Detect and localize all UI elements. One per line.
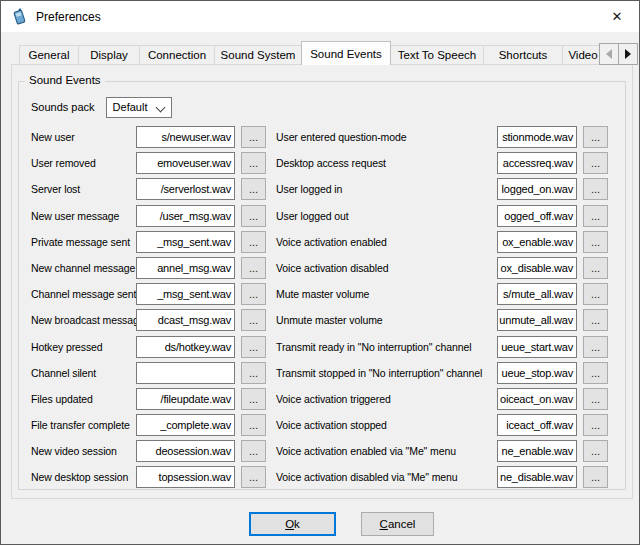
sound-file-input[interactable]: ox_enable.wav xyxy=(497,231,577,253)
sound-file-path: /serverlost.wav xyxy=(161,183,231,195)
sound-event-label: Voice activation triggered xyxy=(276,393,497,405)
browse-button[interactable]: ... xyxy=(241,388,266,410)
sound-event-row: Voice activation triggeredoiceact_on.wav… xyxy=(276,388,608,410)
sound-events-col-right: User entered question-modestionmode.wav.… xyxy=(276,126,608,493)
tab-scroll-right-icon xyxy=(625,49,631,59)
browse-button[interactable]: ... xyxy=(583,309,608,331)
sound-file-input[interactable]: ueue_stop.wav xyxy=(497,362,577,384)
sound-file-input[interactable]: s/newuser.wav xyxy=(136,126,235,148)
tab-shortcuts[interactable]: Shortcuts xyxy=(483,45,563,65)
sound-event-row: New users/newuser.wav... xyxy=(31,126,266,148)
sound-event-row: Unmute master volumeunmute_all.wav... xyxy=(276,309,608,331)
sound-file-input[interactable]: ogged_off.wav xyxy=(497,205,577,227)
tab-display[interactable]: Display xyxy=(78,45,140,65)
tab-scroll-right-button[interactable] xyxy=(618,43,638,65)
browse-button[interactable]: ... xyxy=(583,257,608,279)
sound-file-input[interactable]: ne_enable.wav xyxy=(497,440,577,462)
sound-event-row: Channel message sent_msg_sent.wav... xyxy=(31,283,266,305)
sound-file-input[interactable]: /fileupdate.wav xyxy=(136,388,235,410)
sound-file-path: topsession.wav xyxy=(159,471,231,483)
browse-button[interactable]: ... xyxy=(241,283,266,305)
sound-file-input[interactable]: logged_on.wav xyxy=(497,178,577,200)
sounds-pack-value: Default xyxy=(113,101,148,113)
sound-event-label: Hotkey pressed xyxy=(31,341,136,353)
sound-file-path: /fileupdate.wav xyxy=(161,393,231,405)
browse-button[interactable]: ... xyxy=(241,309,266,331)
browse-button[interactable]: ... xyxy=(241,414,266,436)
sound-event-label: New video session xyxy=(31,445,136,457)
browse-button[interactable]: ... xyxy=(583,231,608,253)
sound-file-input[interactable]: ox_disable.wav xyxy=(497,257,577,279)
sound-file-path: ne_disable.wav xyxy=(500,471,573,483)
cancel-button[interactable]: Cancel xyxy=(361,512,434,536)
browse-button[interactable]: ... xyxy=(583,178,608,200)
browse-button[interactable]: ... xyxy=(241,231,266,253)
sound-file-input[interactable]: /user_msg.wav xyxy=(136,205,235,227)
sound-file-input[interactable]: annel_msg.wav xyxy=(136,257,235,279)
browse-button[interactable]: ... xyxy=(241,205,266,227)
sound-file-input[interactable]: unmute_all.wav xyxy=(497,309,577,331)
preferences-window: Preferences ✕ GeneralDisplayConnectionSo… xyxy=(0,0,640,545)
sound-event-row: New broadcast messagedcast_msg.wav... xyxy=(31,309,266,331)
sound-file-input[interactable]: _complete.wav xyxy=(136,414,235,436)
tab-video[interactable]: Video xyxy=(562,45,604,65)
sound-file-path: ox_enable.wav xyxy=(502,236,573,248)
sound-file-input[interactable]: topsession.wav xyxy=(136,466,235,488)
browse-button[interactable]: ... xyxy=(241,440,266,462)
tab-sound-system[interactable]: Sound System xyxy=(214,45,302,65)
browse-button[interactable]: ... xyxy=(241,466,266,488)
close-icon[interactable]: ✕ xyxy=(601,1,633,32)
sound-file-input[interactable]: s/mute_all.wav xyxy=(497,283,577,305)
sound-file-input[interactable]: emoveuser.wav xyxy=(136,152,235,174)
browse-button[interactable]: ... xyxy=(583,283,608,305)
tab-connection[interactable]: Connection xyxy=(139,45,215,65)
sound-file-input[interactable]: stionmode.wav xyxy=(497,126,577,148)
sound-file-input[interactable]: /serverlost.wav xyxy=(136,178,235,200)
browse-button[interactable]: ... xyxy=(241,336,266,358)
sound-event-label: Mute master volume xyxy=(276,288,497,300)
browse-button[interactable]: ... xyxy=(583,466,608,488)
browse-button[interactable]: ... xyxy=(583,388,608,410)
sound-file-input[interactable]: accessreq.wav xyxy=(497,152,577,174)
sounds-pack-dropdown[interactable]: Default xyxy=(106,97,172,118)
sound-file-input[interactable]: oiceact_on.wav xyxy=(497,388,577,410)
sound-file-input[interactable]: ne_disable.wav xyxy=(497,466,577,488)
tab-text-to-speech[interactable]: Text To Speech xyxy=(390,45,484,65)
sound-event-row: New video sessiondeosession.wav... xyxy=(31,440,266,462)
sound-file-path: deosession.wav xyxy=(156,445,231,457)
browse-button[interactable]: ... xyxy=(241,362,266,384)
browse-button[interactable]: ... xyxy=(583,440,608,462)
sound-file-input[interactable]: dcast_msg.wav xyxy=(136,309,235,331)
browse-button[interactable]: ... xyxy=(583,152,608,174)
tab-scroll-left-button[interactable] xyxy=(599,43,619,65)
tab-general[interactable]: General xyxy=(19,45,79,65)
sound-event-row: Hotkey pressedds/hotkey.wav... xyxy=(31,336,266,358)
sound-event-row: User entered question-modestionmode.wav.… xyxy=(276,126,608,148)
sound-file-path: _complete.wav xyxy=(160,419,231,431)
browse-button[interactable]: ... xyxy=(583,362,608,384)
browse-button[interactable]: ... xyxy=(241,126,266,148)
sound-file-input[interactable]: ueue_start.wav xyxy=(497,336,577,358)
sound-file-input[interactable]: iceact_off.wav xyxy=(497,414,577,436)
sound-file-input[interactable]: deosession.wav xyxy=(136,440,235,462)
sound-event-label: New desktop session xyxy=(31,471,136,483)
sound-file-input[interactable] xyxy=(136,362,235,384)
tab-sound-events[interactable]: Sound Events xyxy=(301,41,391,65)
sound-file-input[interactable]: ds/hotkey.wav xyxy=(136,336,235,358)
app-icon xyxy=(10,8,28,26)
sound-file-input[interactable]: _msg_sent.wav xyxy=(136,231,235,253)
ok-button[interactable]: Ok xyxy=(249,512,336,536)
browse-button[interactable]: ... xyxy=(241,152,266,174)
sound-event-row: User removedemoveuser.wav... xyxy=(31,152,266,174)
sound-event-label: Desktop access request xyxy=(276,157,497,169)
browse-button[interactable]: ... xyxy=(583,126,608,148)
browse-button[interactable]: ... xyxy=(583,336,608,358)
browse-button[interactable]: ... xyxy=(241,178,266,200)
sound-event-label: Voice activation enabled via "Me" menu xyxy=(276,445,497,457)
chevron-down-icon xyxy=(155,102,165,112)
sound-file-input[interactable]: _msg_sent.wav xyxy=(136,283,235,305)
browse-button[interactable]: ... xyxy=(583,205,608,227)
browse-button[interactable]: ... xyxy=(583,414,608,436)
sound-file-path: ox_disable.wav xyxy=(501,262,573,274)
browse-button[interactable]: ... xyxy=(241,257,266,279)
